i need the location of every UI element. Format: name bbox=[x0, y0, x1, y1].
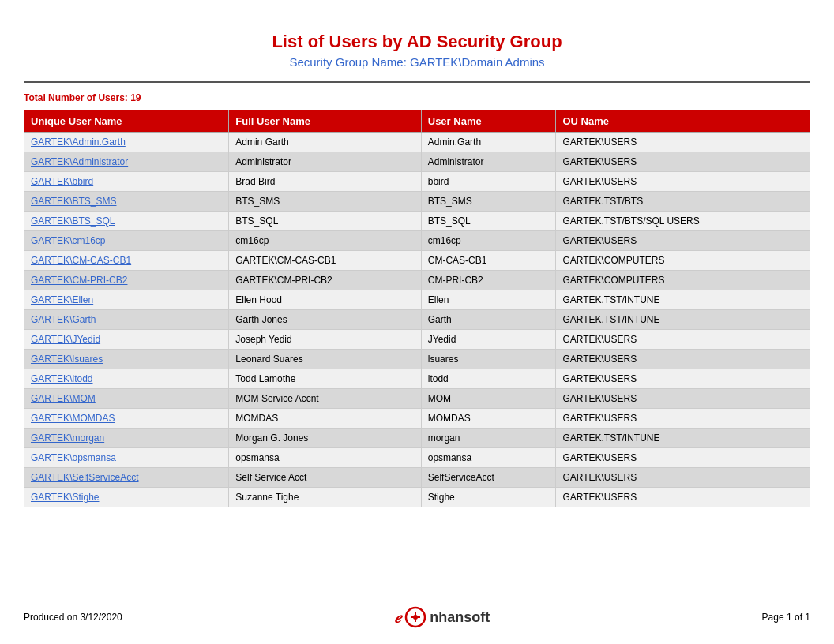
table-row: GARTEK\SelfServiceAcctSelf Service AcctS… bbox=[24, 468, 810, 488]
cell-ou-name: GARTEK\USERS bbox=[556, 409, 810, 429]
cell-ou-name: GARTEK\USERS bbox=[556, 172, 810, 192]
cell-ou-name: GARTEK.TST/INTUNE bbox=[556, 290, 810, 310]
cell-unique-user-name: GARTEK\CM-PRI-CB2 bbox=[24, 271, 229, 290]
cell-ou-name: GARTEK\USERS bbox=[556, 152, 810, 172]
page-container: List of Users by AD Security Group Secur… bbox=[0, 0, 834, 571]
cell-unique-user-name: GARTEK\Admin.Garth bbox=[24, 133, 229, 152]
cell-unique-user-name: GARTEK\morgan bbox=[24, 429, 229, 448]
logo-text: nhansoft bbox=[430, 609, 490, 626]
cell-ou-name: GARTEK\USERS bbox=[556, 468, 810, 488]
table-row: GARTEK\BTS_SMSBTS_SMSBTS_SMSGARTEK.TST/B… bbox=[24, 192, 810, 212]
cell-full-user-name: Suzanne Tighe bbox=[229, 488, 421, 507]
cell-ou-name: GARTEK.TST/INTUNE bbox=[556, 429, 810, 448]
cell-ou-name: GARTEK\USERS bbox=[556, 369, 810, 389]
cell-user-name: MOM bbox=[421, 389, 556, 409]
table-row: GARTEK\BTS_SQLBTS_SQLBTS_SQLGARTEK.TST/B… bbox=[24, 212, 810, 231]
unique-user-link[interactable]: GARTEK\BTS_SQL bbox=[31, 215, 115, 227]
cell-ou-name: GARTEK\USERS bbox=[556, 448, 810, 468]
cell-user-name: Stighe bbox=[421, 488, 556, 507]
cell-full-user-name: GARTEK\CM-CAS-CB1 bbox=[229, 251, 421, 271]
unique-user-link[interactable]: GARTEK\BTS_SMS bbox=[31, 196, 116, 207]
cell-user-name: Admin.Garth bbox=[421, 133, 556, 152]
table-row: GARTEK\opsmansaopsmansaopsmansaGARTEK\US… bbox=[24, 448, 810, 468]
cell-user-name: bbird bbox=[421, 172, 556, 192]
cell-user-name: JYedid bbox=[421, 330, 556, 350]
cell-user-name: cm16cp bbox=[421, 231, 556, 251]
cell-full-user-name: Leonard Suares bbox=[229, 350, 421, 369]
table-row: GARTEK\ltoddTodd LamotheltoddGARTEK\USER… bbox=[24, 369, 810, 389]
cell-unique-user-name: GARTEK\opsmansa bbox=[24, 448, 229, 468]
cell-full-user-name: BTS_SQL bbox=[229, 212, 421, 231]
cell-full-user-name: Garth Jones bbox=[229, 310, 421, 330]
col-user-name: User Name bbox=[421, 110, 556, 133]
col-ou-name: OU Name bbox=[556, 110, 810, 133]
cell-unique-user-name: GARTEK\SelfServiceAcct bbox=[24, 468, 229, 488]
produced-date: Produced on 3/12/2020 bbox=[24, 612, 122, 623]
unique-user-link[interactable]: GARTEK\Stighe bbox=[31, 492, 99, 503]
table-row: GARTEK\EllenEllen HoodEllenGARTEK.TST/IN… bbox=[24, 290, 810, 310]
page-subtitle: Security Group Name: GARTEK\Domain Admin… bbox=[24, 55, 810, 69]
cell-user-name: morgan bbox=[421, 429, 556, 448]
table-row: GARTEK\AdministratorAdministratorAdminis… bbox=[24, 152, 810, 172]
unique-user-link[interactable]: GARTEK\CM-PRI-CB2 bbox=[31, 275, 127, 286]
cell-user-name: ltodd bbox=[421, 369, 556, 389]
cell-ou-name: GARTEK.TST/BTS bbox=[556, 192, 810, 212]
cell-user-name: opsmansa bbox=[421, 448, 556, 468]
total-users-label: Total Number of Users: bbox=[24, 92, 128, 103]
cell-unique-user-name: GARTEK\lsuares bbox=[24, 350, 229, 369]
cell-full-user-name: MOM Service Accnt bbox=[229, 389, 421, 409]
cell-user-name: CM-CAS-CB1 bbox=[421, 251, 556, 271]
total-users-summary: Total Number of Users: 19 bbox=[24, 92, 810, 103]
cell-ou-name: GARTEK\USERS bbox=[556, 488, 810, 507]
unique-user-link[interactable]: GARTEK\JYedid bbox=[31, 334, 100, 345]
page-footer: Produced on 3/12/2020 𝑒 nhansoft Page 1 … bbox=[0, 606, 834, 628]
page-title: List of Users by AD Security Group bbox=[24, 32, 810, 52]
cell-unique-user-name: GARTEK\bbird bbox=[24, 172, 229, 192]
unique-user-link[interactable]: GARTEK\SelfServiceAcct bbox=[31, 472, 139, 483]
cell-unique-user-name: GARTEK\MOM bbox=[24, 389, 229, 409]
cell-unique-user-name: GARTEK\MOMDAS bbox=[24, 409, 229, 429]
table-row: GARTEK\GarthGarth JonesGarthGARTEK.TST/I… bbox=[24, 310, 810, 330]
unique-user-link[interactable]: GARTEK\Administrator bbox=[31, 156, 128, 167]
cell-user-name: BTS_SMS bbox=[421, 192, 556, 212]
cell-full-user-name: BTS_SMS bbox=[229, 192, 421, 212]
cell-full-user-name: MOMDAS bbox=[229, 409, 421, 429]
unique-user-link[interactable]: GARTEK\MOM bbox=[31, 393, 96, 404]
cell-ou-name: GARTEK\USERS bbox=[556, 389, 810, 409]
svg-point-3 bbox=[413, 615, 418, 620]
table-row: GARTEK\lsuaresLeonard SuareslsuaresGARTE… bbox=[24, 350, 810, 369]
unique-user-link[interactable]: GARTEK\lsuares bbox=[31, 354, 103, 365]
unique-user-link[interactable]: GARTEK\Ellen bbox=[31, 294, 93, 305]
table-header-row: Unique User Name Full User Name User Nam… bbox=[24, 110, 810, 133]
cell-full-user-name: cm16cp bbox=[229, 231, 421, 251]
cell-unique-user-name: GARTEK\CM-CAS-CB1 bbox=[24, 251, 229, 271]
col-full-user-name: Full User Name bbox=[229, 110, 421, 133]
cell-ou-name: GARTEK\USERS bbox=[556, 350, 810, 369]
cell-full-user-name: Brad Bird bbox=[229, 172, 421, 192]
table-row: GARTEK\StigheSuzanne TigheStigheGARTEK\U… bbox=[24, 488, 810, 507]
cell-user-name: MOMDAS bbox=[421, 409, 556, 429]
unique-user-link[interactable]: GARTEK\morgan bbox=[31, 432, 104, 444]
users-table: Unique User Name Full User Name User Nam… bbox=[24, 110, 810, 507]
cell-user-name: CM-PRI-CB2 bbox=[421, 271, 556, 290]
unique-user-link[interactable]: GARTEK\Admin.Garth bbox=[31, 137, 126, 148]
cell-unique-user-name: GARTEK\BTS_SQL bbox=[24, 212, 229, 231]
unique-user-link[interactable]: GARTEK\MOMDAS bbox=[31, 413, 115, 424]
cell-full-user-name: Todd Lamothe bbox=[229, 369, 421, 389]
table-row: GARTEK\MOMDASMOMDASMOMDASGARTEK\USERS bbox=[24, 409, 810, 429]
table-row: GARTEK\CM-CAS-CB1GARTEK\CM-CAS-CB1CM-CAS… bbox=[24, 251, 810, 271]
unique-user-link[interactable]: GARTEK\CM-CAS-CB1 bbox=[31, 255, 131, 266]
cell-full-user-name: Ellen Hood bbox=[229, 290, 421, 310]
unique-user-link[interactable]: GARTEK\ltodd bbox=[31, 373, 92, 384]
table-row: GARTEK\cm16cpcm16cpcm16cpGARTEK\USERS bbox=[24, 231, 810, 251]
cell-unique-user-name: GARTEK\Stighe bbox=[24, 488, 229, 507]
cell-unique-user-name: GARTEK\BTS_SMS bbox=[24, 192, 229, 212]
unique-user-link[interactable]: GARTEK\opsmansa bbox=[31, 452, 116, 463]
table-row: GARTEK\bbirdBrad BirdbbirdGARTEK\USERS bbox=[24, 172, 810, 192]
unique-user-link[interactable]: GARTEK\Garth bbox=[31, 314, 96, 325]
table-row: GARTEK\Admin.GarthAdmin GarthAdmin.Garth… bbox=[24, 133, 810, 152]
cell-full-user-name: Joseph Yedid bbox=[229, 330, 421, 350]
unique-user-link[interactable]: GARTEK\bbird bbox=[31, 176, 93, 187]
cell-ou-name: GARTEK.TST/BTS/SQL USERS bbox=[556, 212, 810, 231]
unique-user-link[interactable]: GARTEK\cm16cp bbox=[31, 235, 105, 246]
